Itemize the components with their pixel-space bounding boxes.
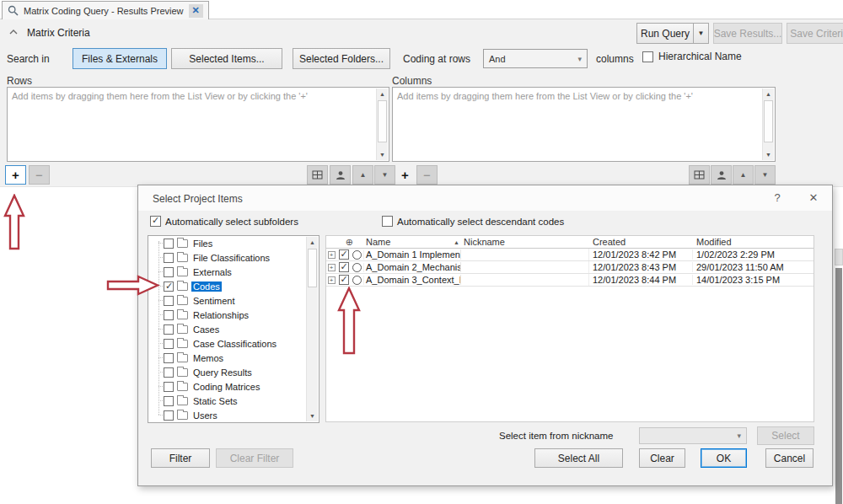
save-criteria-button[interactable]: Save Criteria... (787, 23, 843, 44)
tree-item-file-classifications[interactable]: File Classifications (148, 250, 319, 265)
table-row[interactable]: +A_Domain 3_Context_How d12/01/2023 8:44… (326, 274, 813, 287)
rows-drop-panel[interactable]: Add items by dragging them here from the… (7, 87, 389, 162)
columns-move-down-icon[interactable]: ▼ (754, 165, 776, 185)
tab-bar: Matrix Coding Query - Results Preview ✕ (0, 0, 843, 19)
background-scrollbar[interactable] (835, 268, 842, 504)
remove-columns-button[interactable]: − (416, 165, 438, 185)
scrollbar-thumb[interactable] (764, 100, 773, 142)
checkbox[interactable] (164, 267, 174, 277)
clear-button[interactable]: Clear (639, 448, 685, 468)
rows-move-down-icon[interactable]: ▼ (374, 165, 395, 185)
scroll-down-icon[interactable]: ▼ (307, 410, 318, 421)
help-icon[interactable]: ? (766, 191, 788, 204)
scroll-up-icon[interactable]: ▲ (307, 237, 318, 248)
scrollbar-thumb[interactable] (308, 249, 317, 287)
tree-item-memos[interactable]: Memos (148, 351, 319, 365)
created-column-header[interactable]: Created (589, 237, 693, 247)
tree-item-codes[interactable]: Codes (148, 279, 319, 293)
table-row[interactable]: +A_Domain 2_Mechanisms of12/01/2023 8:43… (326, 261, 813, 274)
aggregate-radio[interactable] (352, 276, 362, 285)
checkbox[interactable] (164, 239, 174, 249)
tree-item-relationships[interactable]: Relationships (148, 308, 319, 322)
table-row[interactable]: +A_Domain 1 Implementation12/01/2023 8:4… (326, 249, 813, 261)
checkbox[interactable] (164, 339, 174, 349)
rows-matrix-icon[interactable] (307, 165, 328, 185)
columns-move-up-icon[interactable]: ▲ (733, 165, 754, 185)
columns-drop-panel[interactable]: Add items by dragging them here from the… (392, 87, 776, 162)
tree-item-label: Memos (191, 353, 225, 363)
checkbox[interactable] (164, 281, 174, 292)
ok-button[interactable]: OK (701, 448, 747, 468)
collapse-chevron-icon[interactable] (9, 29, 18, 35)
auto-subfolders-checkbox[interactable] (150, 216, 161, 227)
tab-close-icon[interactable]: ✕ (189, 4, 203, 18)
dialog-close-icon[interactable]: ✕ (803, 191, 824, 204)
scrollbar-thumb[interactable] (378, 100, 387, 142)
tree-item-query-results[interactable]: Query Results (148, 365, 319, 379)
table-header-row[interactable]: ⊕ Name ▲ Nickname Created Modified (326, 236, 813, 249)
scroll-down-icon[interactable]: ▼ (377, 149, 388, 160)
checkbox[interactable] (164, 253, 174, 263)
scroll-up-icon[interactable]: ▲ (763, 88, 774, 99)
cancel-button[interactable]: Cancel (765, 448, 813, 468)
checkbox[interactable] (164, 296, 174, 306)
aggregate-radio[interactable] (352, 250, 362, 260)
modified-column-header[interactable]: Modified (693, 237, 813, 247)
columns-panel-scrollbar[interactable]: ▲ ▼ (762, 88, 774, 160)
remove-rows-button[interactable]: − (29, 165, 50, 185)
checkbox[interactable] (339, 249, 349, 260)
rows-move-up-icon[interactable]: ▲ (352, 165, 373, 185)
checkbox[interactable] (164, 410, 174, 421)
tree-item-files[interactable]: Files (148, 236, 319, 250)
results-preview-tab[interactable]: Matrix Coding Query - Results Preview ✕ (2, 1, 209, 19)
expand-icon[interactable]: + (326, 251, 336, 259)
checkbox[interactable] (164, 353, 174, 363)
select-all-button[interactable]: Select All (534, 448, 623, 468)
scope-selected-folders-button[interactable]: Selected Folders... (293, 48, 390, 69)
auto-descendants-checkbox[interactable] (382, 216, 393, 227)
scroll-up-icon[interactable]: ▲ (377, 88, 388, 99)
aggregate-radio[interactable] (352, 263, 362, 272)
columns-user-icon[interactable] (711, 165, 732, 185)
checkbox[interactable] (164, 367, 174, 378)
tree-item-label: Coding Matrices (191, 382, 261, 392)
tree-item-externals[interactable]: Externals (148, 265, 319, 279)
tree-item-users[interactable]: Users (148, 408, 319, 422)
columns-matrix-icon[interactable] (689, 165, 710, 185)
checkbox[interactable] (164, 310, 174, 320)
add-rows-button[interactable]: + (5, 165, 26, 185)
filter-button[interactable]: Filter (151, 448, 210, 468)
tree-item-static-sets[interactable]: Static Sets (148, 394, 319, 408)
nickname-dropdown[interactable]: ▾ (639, 427, 747, 444)
name-column-header[interactable]: Name ▲ (364, 237, 461, 247)
checkbox[interactable] (164, 324, 174, 335)
tree-item-cases[interactable]: Cases (148, 322, 319, 336)
aggregate-column-icon[interactable]: ⊕ (326, 237, 364, 248)
rows-user-icon[interactable] (330, 165, 351, 185)
add-columns-button[interactable]: + (395, 165, 416, 185)
expand-icon[interactable]: + (326, 276, 336, 284)
select-project-items-dialog: Select Project Items ? ✕ Automatically s… (137, 185, 833, 486)
select-button[interactable]: Select (757, 426, 814, 445)
save-results-button[interactable]: Save Results... (713, 23, 782, 44)
clear-filter-button[interactable]: Clear Filter (216, 448, 293, 468)
checkbox[interactable] (339, 262, 349, 272)
tree-scrollbar[interactable]: ▲ ▼ (306, 237, 318, 421)
tree-item-case-classifications[interactable]: Case Classifications (148, 336, 319, 351)
tree-item-sentiment[interactable]: Sentiment (148, 293, 319, 308)
run-query-button[interactable]: Run Query (636, 23, 694, 44)
hierarchical-name-checkbox[interactable] (642, 51, 653, 62)
tree-item-coding-matrices[interactable]: Coding Matrices (148, 379, 319, 394)
tree-item-label: Static Sets (191, 396, 239, 406)
operator-select[interactable]: And ▾ (483, 49, 588, 68)
nickname-column-header[interactable]: Nickname (461, 237, 589, 247)
run-query-dropdown-button[interactable]: ▼ (693, 23, 709, 44)
checkbox[interactable] (339, 275, 349, 285)
scope-files-externals-button[interactable]: Files & Externals (72, 48, 167, 69)
scroll-down-icon[interactable]: ▼ (763, 149, 774, 160)
checkbox[interactable] (164, 382, 174, 392)
expand-icon[interactable]: + (326, 264, 336, 271)
scope-selected-items-button[interactable]: Selected Items... (171, 48, 282, 69)
rows-panel-scrollbar[interactable]: ▲ ▼ (376, 88, 388, 160)
checkbox[interactable] (164, 396, 174, 406)
